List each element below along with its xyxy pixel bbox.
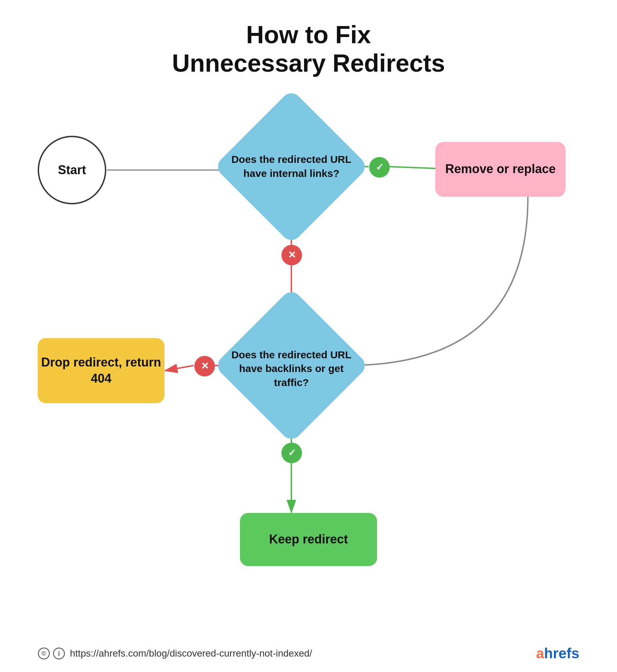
footer-left: © i https://ahrefs.com/blog/discovered-c…	[38, 647, 312, 660]
remove-replace-box: Remove or replace	[435, 142, 566, 197]
no-connector-2: ✕	[194, 356, 215, 376]
start-node: Start	[38, 136, 106, 204]
svg-text:©: ©	[41, 650, 46, 657]
footer-url: https://ahrefs.com/blog/discovered-curre…	[70, 648, 312, 659]
main-container: How to Fix Unnecessary Redirects	[0, 0, 617, 672]
page-title: How to Fix Unnecessary Redirects	[172, 21, 445, 77]
diamond-1-label: Does the redirected URL have internal li…	[226, 119, 356, 215]
yes-connector-2: ✓	[281, 443, 302, 463]
yes-connector-1: ✓	[369, 157, 390, 178]
info-icon: i	[53, 647, 65, 660]
drop-redirect-box: Drop redirect, return 404	[38, 338, 165, 403]
footer-icons: © i	[38, 647, 65, 660]
no-connector-1: ✕	[281, 245, 302, 265]
svg-line-10	[165, 365, 194, 371]
svg-text:i: i	[58, 650, 60, 657]
keep-redirect-box: Keep redirect	[240, 513, 377, 566]
footer: © i https://ahrefs.com/blog/discovered-c…	[17, 645, 600, 662]
diamond-2-label: Does the redirected URL have backlinks o…	[223, 316, 360, 422]
cc-icon: ©	[38, 647, 50, 660]
ahrefs-logo: ahrefs	[536, 645, 579, 662]
diagram-area: Start Does the redirected URL have inter…	[17, 91, 600, 640]
